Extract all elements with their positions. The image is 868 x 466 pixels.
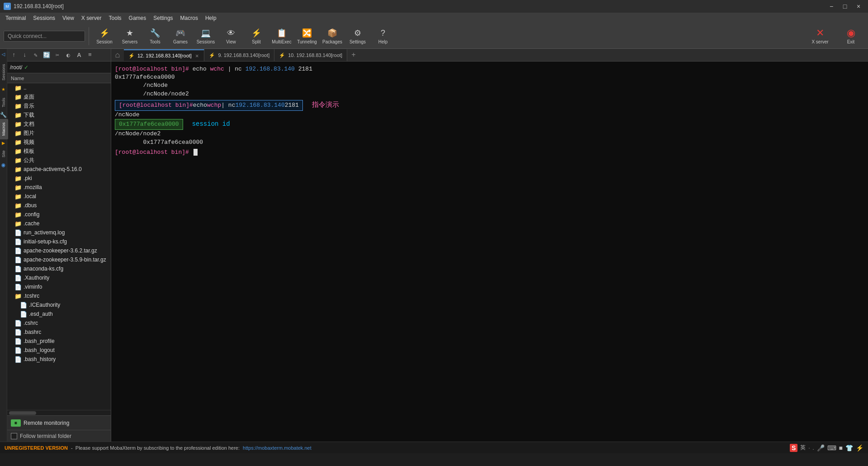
file-item-initial-setup[interactable]: 📄initial-setup-ks.cfg: [7, 237, 111, 246]
file-item-iceauthority[interactable]: 📄.ICEauthority: [7, 300, 111, 309]
games-label: Games: [173, 39, 188, 44]
file-item-tcshrc[interactable]: 📁.tcshrc: [7, 291, 111, 300]
term-wchp: wchp: [207, 101, 221, 109]
status-link[interactable]: https://mobaxterm.mobatek.net: [241, 445, 311, 451]
file-item-xauthority[interactable]: 📄.Xauthority: [7, 273, 111, 282]
toolbar-packages[interactable]: 📦 Packages: [321, 25, 344, 47]
file-item-zookeeper359[interactable]: 📄apache-zookeeper-3.5.9-bin.tar.gz: [7, 255, 111, 264]
file-item-desktop[interactable]: 📁桌面: [7, 92, 111, 101]
file-item-videos[interactable]: 📁视频: [7, 138, 111, 147]
menu-games[interactable]: Games: [125, 13, 150, 24]
toolbar-tools[interactable]: 🔧 Tools: [143, 25, 167, 47]
sidebar-tab-site[interactable]: Site: [0, 147, 8, 161]
file-item-esd-auth[interactable]: 📄.esd_auth: [7, 309, 111, 319]
remote-monitoring[interactable]: ▣ Remote monitoring: [7, 415, 111, 430]
fb-menu[interactable]: ≡: [85, 50, 95, 60]
file-item-dbus[interactable]: 📁.dbus: [7, 201, 111, 210]
collapse-arrow[interactable]: ◁: [2, 51, 5, 58]
toolbar-sessions[interactable]: 💻 Sessions: [194, 25, 217, 47]
file-item-downloads[interactable]: 📁下载: [7, 110, 111, 119]
menu-macros[interactable]: Macros: [177, 13, 202, 24]
file-item-bashrc[interactable]: 📄.bashrc: [7, 328, 111, 337]
menu-tools[interactable]: Tools: [105, 13, 125, 24]
file-item-activemq-log[interactable]: 📄run_activemq.log: [7, 228, 111, 237]
toolbar-servers[interactable]: ★ Servers: [118, 25, 142, 47]
right-toolbar: ✕ X server ◉ Exit: [807, 25, 864, 47]
tooltip-text: 0x1777afe6cea0000: [119, 121, 179, 128]
file-item-config[interactable]: 📁.config: [7, 210, 111, 219]
tab-12-close[interactable]: ×: [194, 52, 200, 59]
file-item-public[interactable]: 📁公共: [7, 156, 111, 165]
maximize-button[interactable]: □: [839, 2, 851, 11]
tab-10[interactable]: ⚡ 10. 192.168.83.140[root]: [274, 49, 347, 61]
menu-view[interactable]: View: [59, 13, 78, 24]
file-item-pictures[interactable]: 📁图片: [7, 128, 111, 138]
toolbar-settings[interactable]: ⚙ Settings: [346, 25, 369, 47]
file-icon: 📄: [14, 238, 22, 245]
term-output-4: /ncNode/node2: [115, 90, 189, 97]
status-shirt-icon: 👕: [845, 444, 853, 452]
toolbar-view[interactable]: 👁 View: [219, 25, 243, 47]
fb-toggle[interactable]: ◐: [63, 50, 73, 60]
file-item-viminfo[interactable]: 📄.viminfo: [7, 282, 111, 291]
sidebar-tab-tools[interactable]: Tools: [0, 93, 8, 111]
tab-12[interactable]: ⚡ 12. 192.168.83.140[root] ×: [124, 49, 204, 61]
fb-filter[interactable]: A: [74, 50, 84, 60]
menu-terminal[interactable]: Terminal: [2, 13, 29, 24]
fb-down[interactable]: ↓: [20, 50, 30, 60]
toolbar-multiexec[interactable]: 📋 MultiExec: [270, 25, 293, 47]
sidebar-icon-macros: ▶: [2, 140, 5, 147]
file-item-music[interactable]: 📁音乐: [7, 101, 111, 110]
tunneling-label: Tunneling: [297, 39, 317, 44]
fb-up[interactable]: ↑: [9, 50, 19, 60]
file-item-activemq[interactable]: 📁apache-activemq-5.16.0: [7, 165, 111, 174]
file-item-docs[interactable]: 📁文档: [7, 119, 111, 128]
minimize-button[interactable]: −: [826, 2, 837, 11]
dotfolder-icon: 📁: [14, 293, 22, 300]
fb-delete[interactable]: ✂: [52, 50, 62, 60]
file-item-cache[interactable]: 📁.cache: [7, 219, 111, 228]
sidebar-tab-sessions[interactable]: Sessions: [0, 60, 8, 85]
file-item-bash-profile[interactable]: 📄.bash_profile: [7, 337, 111, 346]
file-item-pki[interactable]: 📁.pki: [7, 174, 111, 183]
file-item-bash-logout[interactable]: 📄.bash_logout: [7, 346, 111, 355]
menu-sessions[interactable]: Sessions: [29, 13, 59, 24]
menu-xserver[interactable]: X server: [78, 13, 105, 24]
menu-settings[interactable]: Settings: [150, 13, 176, 24]
file-item-anaconda[interactable]: 📄anaconda-ks.cfg: [7, 264, 111, 273]
file-item-mozilla[interactable]: 📁.mozilla: [7, 183, 111, 192]
new-tab-button[interactable]: +: [347, 49, 360, 61]
sidebar-tab-macros[interactable]: Macros: [0, 119, 8, 139]
toolbar-help[interactable]: ? Help: [371, 25, 395, 47]
tab-home[interactable]: ⌂: [111, 49, 124, 61]
menu-help[interactable]: Help: [202, 13, 220, 24]
toolbar-games[interactable]: 🎮 Games: [169, 25, 192, 47]
tab-9[interactable]: ⚡ 9. 192.168.83.140[root]: [204, 49, 274, 61]
path-check-icon: ✓: [24, 64, 28, 71]
file-item-local[interactable]: 📁.local: [7, 192, 111, 201]
file-item-cshrc[interactable]: 📄.cshrc: [7, 319, 111, 328]
file-item-zookeeper362[interactable]: 📄apache-zookeeper-3.6.2.tar.gz: [7, 246, 111, 255]
window-title: 192.168.83.140[root]: [14, 3, 64, 10]
scrollbar-thumb[interactable]: [9, 411, 36, 415]
toolbar-tunneling[interactable]: 🔀 Tunneling: [295, 25, 319, 47]
status-unregistered: UNREGISTERED VERSION: [5, 445, 68, 451]
file-item-bash-history[interactable]: 📄.bash_history: [7, 355, 111, 364]
toolbar-split[interactable]: ⚡ Split: [245, 25, 268, 47]
filebrowser-scrollbar[interactable]: [7, 410, 111, 415]
quick-connect-input[interactable]: Quick connect...: [4, 31, 85, 42]
file-item-templates[interactable]: 📁模板: [7, 147, 111, 156]
file-item-dotdot[interactable]: 📁..: [7, 83, 111, 92]
exit-button[interactable]: ◉ Exit: [837, 25, 864, 47]
terminal-area[interactable]: [root@localhost bin]# echo wchc | nc 192…: [111, 62, 868, 442]
fb-edit[interactable]: ✎: [31, 50, 41, 60]
term-host-5: [root@localhost bin]#: [119, 101, 193, 109]
xserver-button[interactable]: ✕ X server: [807, 25, 834, 47]
term-ip-1: 192.168.83.140: [245, 66, 295, 72]
toolbar-session[interactable]: ⚡ Session: [93, 25, 116, 47]
packages-label: Packages: [322, 39, 342, 44]
close-button[interactable]: ×: [853, 2, 864, 11]
follow-checkbox[interactable]: [11, 433, 17, 439]
tab-10-icon: ⚡: [279, 52, 285, 58]
fb-refresh[interactable]: 🔄: [42, 50, 52, 60]
